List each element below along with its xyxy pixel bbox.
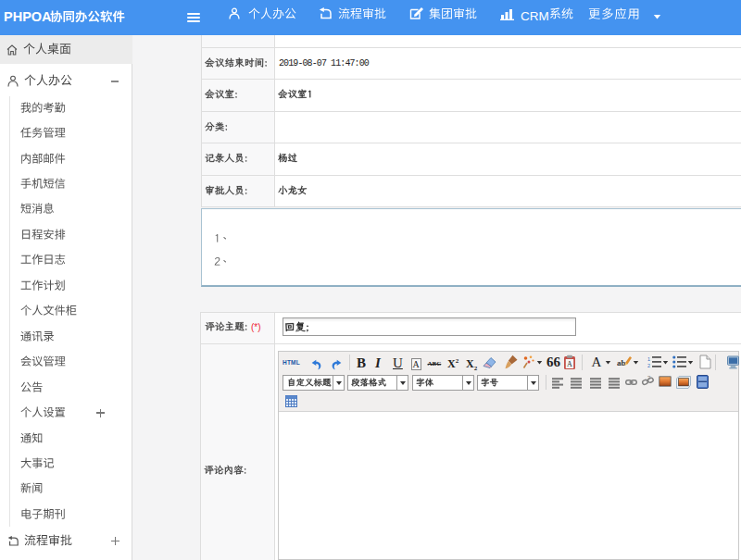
svg-text:A: A: [567, 360, 572, 368]
svg-text:ab: ab: [617, 358, 626, 367]
svg-text:2: 2: [647, 363, 650, 368]
svg-text:1: 1: [647, 356, 650, 362]
